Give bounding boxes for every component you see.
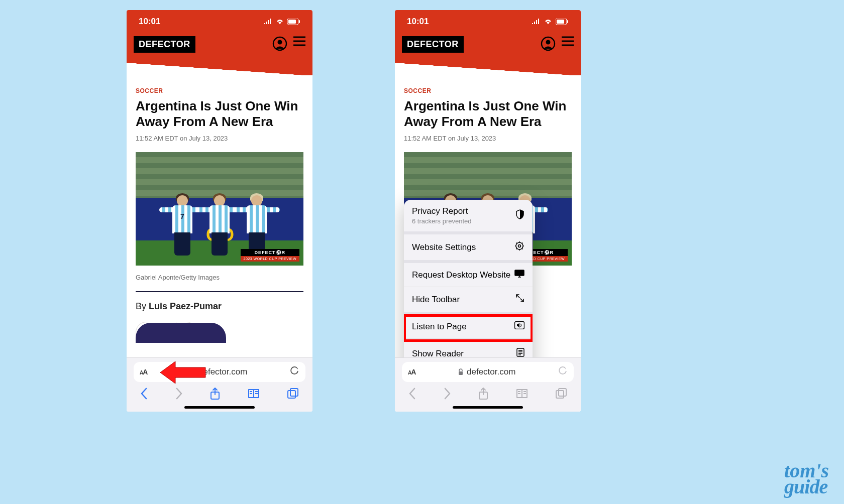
site-logo[interactable]: DEFECTOR [134, 36, 195, 53]
svg-point-21 [518, 245, 521, 247]
svg-point-19 [546, 40, 551, 45]
account-icon[interactable] [541, 36, 556, 53]
svg-rect-23 [515, 270, 524, 276]
svg-rect-2 [299, 20, 300, 23]
article-category[interactable]: SOCCER [404, 87, 572, 94]
status-bar: 10:01 [127, 10, 312, 33]
share-button [478, 387, 489, 402]
watermark: tom's guide [784, 463, 829, 495]
status-icons [532, 19, 569, 25]
site-logo[interactable]: DEFECTOR [402, 36, 464, 53]
address-bar[interactable]: AA defector.com [402, 362, 574, 382]
desktop-icon [514, 270, 524, 280]
hamburger-menu-icon[interactable] [562, 36, 574, 48]
share-button[interactable] [209, 387, 221, 402]
svg-rect-11 [190, 371, 194, 375]
menu-hide-toolbar[interactable]: Hide Toolbar [404, 287, 533, 315]
status-icons [263, 19, 300, 25]
url-display[interactable]: defector.com [420, 367, 553, 377]
article-headline: Argentina Is Just One Win Away From A Ne… [136, 98, 303, 130]
wifi-icon [275, 19, 284, 25]
status-time: 10:01 [407, 17, 429, 27]
lock-icon [189, 368, 195, 375]
svg-rect-13 [288, 391, 295, 398]
svg-rect-16 [557, 20, 564, 24]
back-button [408, 388, 416, 402]
url-display[interactable]: defector.com [152, 367, 284, 377]
account-icon[interactable] [272, 36, 287, 53]
lock-icon [458, 368, 464, 375]
expand-icon [515, 294, 524, 305]
divider [136, 291, 303, 292]
shield-icon [515, 209, 524, 222]
menu-privacy-report[interactable]: Privacy Report 6 trackers prevented [404, 200, 533, 234]
home-indicator[interactable] [184, 406, 255, 409]
site-header: DEFECTOR [395, 33, 581, 75]
article-area: SOCCER Argentina Is Just One Win Away Fr… [127, 75, 312, 343]
svg-rect-17 [567, 20, 568, 23]
page-settings-aa-button[interactable]: AA [140, 368, 147, 376]
tabs-button[interactable] [287, 388, 299, 401]
page-settings-aa-button[interactable]: AA [408, 368, 415, 376]
cellular-icon [263, 19, 272, 25]
back-button[interactable] [140, 388, 148, 402]
tabs-button [555, 388, 567, 401]
status-bar: 10:01 [395, 10, 581, 33]
reload-icon[interactable] [289, 366, 299, 379]
speaker-icon [514, 321, 524, 332]
forward-button [443, 388, 451, 402]
battery-icon [287, 19, 300, 25]
site-header: DEFECTOR [127, 33, 312, 75]
article-timestamp: 11:52 AM EDT on July 13, 2023 [404, 135, 572, 142]
article-hero-image: CO DEFECT⚽R 2023 WORLD CUP PREVIEW [136, 152, 303, 266]
phone-screenshot-left: 10:01 DEFECTOR SOCCER Argentina Is Just … [127, 10, 312, 412]
reload-icon [558, 366, 568, 379]
svg-rect-29 [559, 389, 566, 396]
byline: By Luis Paez-Pumar [136, 301, 303, 312]
hamburger-menu-icon[interactable] [293, 36, 305, 48]
svg-point-4 [278, 40, 282, 45]
cta-pill[interactable] [136, 323, 226, 343]
phone-screenshot-right: 10:01 DEFECTOR SOCCER Argentina Is Just … [395, 10, 581, 412]
svg-rect-26 [459, 371, 463, 375]
home-indicator[interactable] [453, 406, 523, 409]
cellular-icon [532, 19, 541, 25]
status-time: 10:01 [139, 17, 160, 27]
article-category[interactable]: SOCCER [136, 87, 303, 94]
menu-listen-to-page[interactable]: Listen to Page [404, 315, 533, 341]
article-timestamp: 11:52 AM EDT on July 13, 2023 [136, 135, 303, 142]
author-link[interactable]: Luis Paez-Pumar [149, 301, 222, 311]
menu-website-settings[interactable]: Website Settings [404, 234, 533, 263]
svg-rect-14 [290, 389, 298, 396]
svg-rect-28 [556, 391, 564, 398]
address-bar[interactable]: AA defector.com [134, 362, 305, 382]
article-headline: Argentina Is Just One Win Away From A Ne… [404, 98, 572, 130]
safari-bottom-toolbar: AA defector.com [395, 357, 581, 412]
hero-image-tag: DEFECT⚽R 2023 WORLD CUP PREVIEW [241, 249, 299, 262]
gear-icon [514, 241, 524, 254]
wifi-icon [544, 19, 553, 25]
battery-icon [556, 19, 569, 25]
safari-bottom-toolbar: AA defector.com [127, 357, 312, 412]
bookmarks-button[interactable] [247, 388, 260, 401]
safari-nav-row [127, 382, 312, 407]
svg-point-20 [516, 242, 523, 249]
svg-rect-1 [288, 20, 296, 24]
menu-request-desktop[interactable]: Request Desktop Website [404, 263, 533, 287]
forward-button[interactable] [175, 388, 183, 402]
safari-nav-row [395, 382, 581, 407]
bookmarks-button [515, 388, 529, 401]
image-caption: Gabriel Aponte/Getty Images [136, 274, 303, 281]
